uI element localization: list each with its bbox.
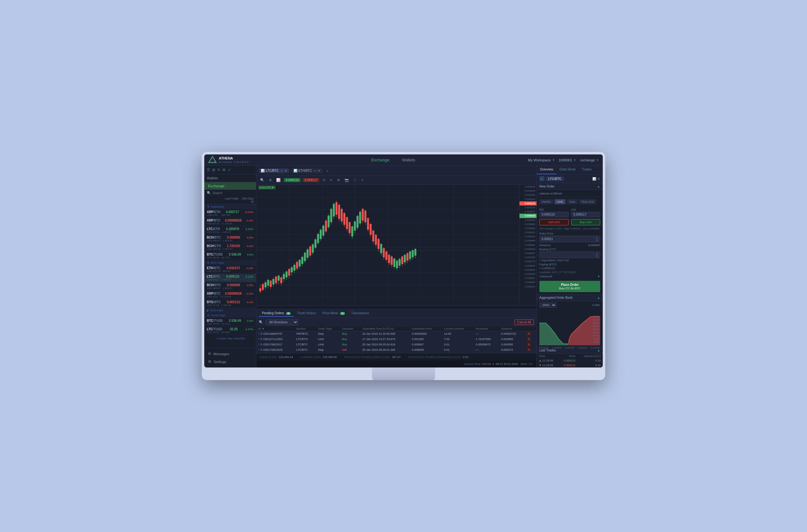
increment-icon[interactable]: ▲: [596, 237, 598, 239]
close-icon[interactable]: ✕: [281, 169, 283, 172]
account-selector[interactable]: 1000001 ▼: [559, 158, 576, 162]
svg-rect-71: [325, 221, 327, 231]
crosshair-icon[interactable]: ✛: [321, 177, 326, 183]
fullscreen-icon[interactable]: ⤢: [352, 177, 357, 183]
bid-input[interactable]: [542, 213, 566, 216]
popout-icon[interactable]: ↗: [359, 177, 365, 183]
order-book-header[interactable]: Aggregated Order Book ▲: [537, 294, 603, 301]
order-type-limit[interactable]: Limit: [555, 199, 565, 204]
draw-icon[interactable]: ✏: [329, 177, 334, 183]
chart-type-icon[interactable]: ⊕: [268, 177, 273, 183]
list-item[interactable]: LTC/ETH 0.280878 3.31% USD 63.26 1 846.1…: [204, 226, 256, 235]
increment-icon[interactable]: ▲: [596, 252, 598, 255]
tab-trades[interactable]: Trades: [579, 166, 595, 174]
sell-limit-button[interactable]: Sell Limit: [539, 219, 569, 225]
search-orders-icon[interactable]: 🔍: [259, 320, 263, 324]
svg-text:67.67: 67.67: [594, 338, 599, 340]
menu-icon[interactable]: ☰: [207, 168, 210, 172]
decrement-icon[interactable]: ▼: [596, 239, 598, 242]
delete-order-button[interactable]: ✕: [526, 337, 531, 341]
search-input[interactable]: [212, 191, 254, 195]
section-btc-pairs[interactable]: ▼ BTC Pairs: [204, 260, 256, 265]
buy-limit-button[interactable]: Buy Limit: [571, 219, 601, 225]
ask-input[interactable]: [574, 213, 598, 216]
chart-toolbar2: 🔍 ⊕ 📊 0.009110 0.009117 ✛ ✏ ⚙ 📷 ⤢ ↗: [256, 176, 537, 185]
place-order-button[interactable]: Place Order Buy LTC for BTC: [539, 281, 600, 292]
list-item[interactable]: BCH/ETH 1.729150 -0.6% USD 389.45 1 854.…: [204, 243, 256, 252]
settings-nav[interactable]: ⚙ Settings: [204, 358, 256, 366]
list-item[interactable]: BTC/TUSD 3 538.49 0.4% USD 35.38 15.1711: [204, 252, 256, 260]
delete-order-button[interactable]: ✕: [526, 343, 531, 346]
buying-input[interactable]: [542, 253, 595, 256]
list-item[interactable]: BTG/BTC 0.003112 -0.4% USD 21.58 1 586.3…: [204, 299, 256, 308]
tab-overview[interactable]: Overview: [537, 166, 557, 174]
close-icon[interactable]: ✕: [314, 169, 317, 172]
list-item[interactable]: BCH/BTC 0.058080 -0.8% USD 388.97 1 818.…: [204, 235, 256, 243]
tab-trade-history[interactable]: Trade History: [294, 310, 319, 317]
sidebar-wallets[interactable]: Wallets: [204, 174, 256, 182]
pending-count-badge: 4: [286, 312, 290, 315]
chart-icon[interactable]: 📊: [592, 177, 596, 180]
sidebar-search[interactable]: 🔍: [204, 190, 256, 196]
tab-price-alerts[interactable]: Price Alerts 1: [319, 310, 348, 317]
new-order-header[interactable]: New Order ▲: [537, 183, 603, 190]
nav-wallets[interactable]: Wallets: [399, 156, 418, 164]
decrement-icon[interactable]: ▼: [596, 255, 598, 257]
tab-order-book[interactable]: Order Book: [557, 166, 579, 174]
order-type-market[interactable]: Market: [539, 199, 553, 204]
order-type-stop-limit[interactable]: Stop Limit: [579, 199, 596, 204]
screenshot-icon[interactable]: 📷: [343, 177, 350, 183]
chart-tab-ethbtc[interactable]: 📊 ETH/BTC ✕ ▼: [292, 168, 322, 173]
chart-tab-ltcbtc[interactable]: 📊 LTC/BTC ✕ ▼: [259, 168, 289, 173]
edit-icon[interactable]: ⚙: [260, 332, 263, 335]
add-chart-tab[interactable]: +: [325, 168, 330, 173]
list-item[interactable]: LTC/BTC 0.009115 3.12% USD 65.22 1 788.1…: [204, 274, 256, 282]
section-tusd-pairs[interactable]: ▼ TUSD Pairs: [204, 313, 256, 318]
edit-icon[interactable]: ⚙: [260, 343, 263, 346]
nav-center: Exchange Wallets: [259, 156, 528, 164]
order-type-stop[interactable]: Stop: [567, 199, 578, 204]
zoom-select[interactable]: 100%: [539, 303, 557, 308]
delete-order-button[interactable]: ✕: [526, 332, 531, 336]
settings-pair-icon[interactable]: ⚙: [597, 177, 600, 180]
pair-display[interactable]: LTC/BTC: [546, 176, 564, 181]
settings2-icon[interactable]: ⚙: [336, 177, 341, 183]
direction-filter[interactable]: All Directions: [266, 319, 298, 325]
workspace-selector[interactable]: My Workspace ▼: [528, 158, 555, 162]
list-item[interactable]: LTC/TUSD 32.25 4.37% USD 15.37 15.0607: [204, 326, 256, 335]
list-item[interactable]: XRP/BTC 0.00008828 -0.4% USD 0.61 71 219…: [204, 291, 256, 299]
list-item[interactable]: ETH/BTC 0.032473 -0.4% USD 225.23 851.85: [204, 265, 256, 274]
sidebar-exchange[interactable]: Exchange: [204, 182, 256, 190]
section-eth-pairs[interactable]: ▶ ETH Pairs: [204, 308, 256, 313]
chevron-icon: ▲: [597, 185, 600, 188]
list-item[interactable]: XRP/ETH 0.002717 -0.04% USD 0.61 185 782: [204, 209, 256, 218]
nav-exchange[interactable]: Exchange: [369, 156, 392, 164]
settings-icon[interactable]: ⚙: [222, 168, 226, 172]
edit-icon[interactable]: ⚙: [260, 348, 263, 352]
list-item[interactable]: BTC/TUSD 3 538.49 0.4% USD 35.38 15.1711: [204, 318, 256, 326]
chart-scrollbar[interactable]: [256, 306, 537, 309]
create-watchlist[interactable]: + Create New Watchlist: [204, 335, 256, 342]
svg-rect-33: [275, 277, 277, 283]
list-item[interactable]: BCH/BTC 0.058080 -0.8% USD 388.97 1 818.…: [204, 282, 256, 291]
indicator-icon[interactable]: 📊: [275, 177, 282, 183]
svg-text:309.37: 309.37: [593, 319, 599, 321]
grid-icon[interactable]: ⊞: [212, 168, 215, 172]
messages-nav[interactable]: ✉ Messages: [204, 350, 256, 358]
edit-icon[interactable]: ⚙: [260, 338, 263, 341]
tab-transactions[interactable]: Transactions: [348, 310, 372, 317]
cancel-all-button[interactable]: Cancel All: [514, 320, 534, 325]
tab-pending-orders[interactable]: Pending Orders 4: [259, 310, 294, 317]
list-item[interactable]: XRP/BTC 0.00008828 -0.4% USD 63.26 71 21…: [204, 218, 256, 226]
entry-price-input[interactable]: [542, 237, 595, 241]
delete-order-button[interactable]: ✕: [526, 348, 531, 352]
svg-text:107.96: 107.96: [593, 335, 599, 337]
exchange-selector[interactable]: cxchange ▼: [580, 158, 599, 162]
svg-rect-51: [299, 260, 300, 266]
refresh-icon[interactable]: ↻: [217, 168, 220, 172]
zoom-in-icon[interactable]: 🔍: [259, 177, 266, 183]
section-favourites[interactable]: ▼ Favourites: [204, 204, 256, 209]
svg-rect-99: [362, 209, 364, 221]
col-direction: Direction: [340, 326, 360, 331]
expand-icon[interactable]: ⤢: [228, 168, 231, 172]
